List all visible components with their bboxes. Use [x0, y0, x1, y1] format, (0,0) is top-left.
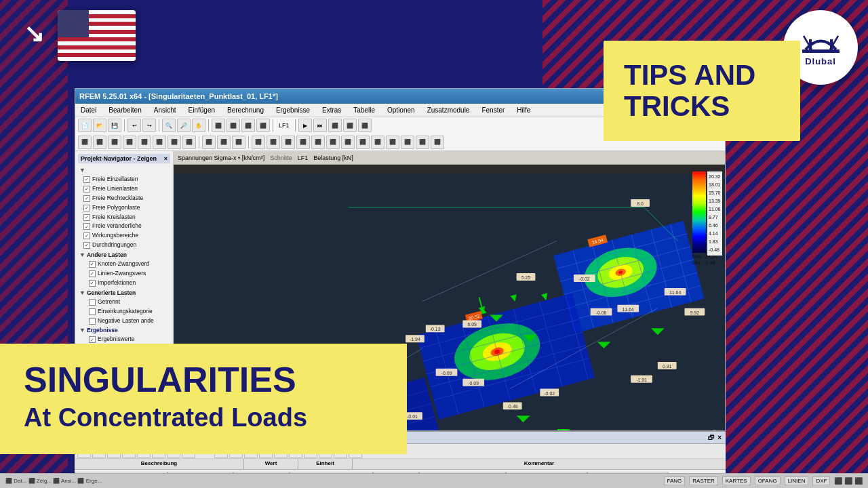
tb2-btn-c[interactable]: ⬛ [108, 136, 121, 149]
tb2-btn-j[interactable]: ⬛ [217, 136, 231, 149]
legend-val-5: 8.77 [709, 214, 721, 222]
status-raster[interactable]: RASTER [689, 476, 717, 485]
cb-ergebniswerte[interactable] [89, 336, 96, 343]
sidebar-freie-rechtecklaste[interactable]: Freie Rechtecklaste [78, 194, 170, 203]
cb-knoten[interactable] [89, 261, 96, 268]
sidebar-knoten-zwangsverd[interactable]: Knoten-Zwangsverd [78, 260, 170, 269]
menu-datei[interactable]: Datei [78, 105, 99, 115]
sidebar-wirkungsbereiche[interactable]: Wirkungsbereiche [78, 231, 170, 241]
status-ofang[interactable]: OFANG [755, 476, 781, 485]
cb-getrennt[interactable] [89, 299, 96, 306]
tb-pan[interactable]: ✋ [192, 119, 205, 132]
sidebar-freie-veraenderliche[interactable]: Freie veränderliche [78, 222, 170, 231]
sidebar-durchdringungen[interactable]: Durchdringungen [78, 241, 170, 250]
tb-btn-a[interactable]: ⬛ [212, 119, 225, 132]
tb2-btn-q[interactable]: ⬛ [326, 136, 340, 149]
tb-btn-i[interactable]: ⬛ [358, 119, 372, 132]
tb2-btn-k[interactable]: ⬛ [232, 136, 245, 149]
bottom-panel-controls[interactable]: 🗗 × [708, 434, 722, 441]
sidebar-freie-kreislasten[interactable]: Freie Kreislasten [78, 213, 170, 222]
cb-freie-veraenderliche[interactable] [83, 223, 90, 230]
tb2-btn-f[interactable]: ⬛ [153, 136, 166, 149]
tb-btn-h[interactable]: ⬛ [343, 119, 357, 132]
cb-linien[interactable] [89, 270, 96, 277]
menu-einfuegen[interactable]: Einfügen [186, 105, 218, 115]
cb-freie-polygonlaste[interactable] [83, 205, 90, 211]
tb-btn-d[interactable]: ⬛ [256, 119, 270, 132]
cb-freie-linienlasten[interactable] [83, 186, 90, 192]
tb2-btn-t[interactable]: ⬛ [371, 136, 384, 149]
menu-tabelle[interactable]: Tabelle [351, 105, 378, 115]
tb2-btn-w[interactable]: ⬛ [416, 136, 429, 149]
menu-extras[interactable]: Extras [319, 105, 344, 115]
tb2-btn-d[interactable]: ⬛ [123, 136, 136, 149]
col-header-beschreibung: Beschreibung [75, 459, 244, 469]
tb2-btn-p[interactable]: ⬛ [311, 136, 325, 149]
tb-btn-g[interactable]: ⬛ [328, 119, 342, 132]
tb-new[interactable]: 📄 [78, 119, 92, 132]
menu-ansicht[interactable]: Ansicht [151, 105, 179, 115]
tips-title: TIPS AND TRICKS [624, 60, 780, 122]
sidebar-getrennt[interactable]: Getrennt [78, 298, 170, 307]
bottom-panel-restore[interactable]: 🗗 [708, 434, 715, 441]
tb2-btn-o[interactable]: ⬛ [296, 136, 310, 149]
cb-wirkungsbereiche[interactable] [83, 232, 90, 239]
menu-zusatzmodule[interactable]: Zusatzmodule [425, 105, 473, 115]
menu-hilfe[interactable]: Hilfe [514, 105, 533, 115]
cb-freie-kreislasten[interactable] [83, 214, 90, 221]
tb-btn-e[interactable]: ▶ [298, 119, 312, 132]
sidebar-freie-linienlasten[interactable]: Freie Linienlasten [78, 184, 170, 194]
tb-btn-f[interactable]: ⏭ [313, 119, 327, 132]
tb-save[interactable]: 💾 [108, 119, 121, 132]
menu-berechnung[interactable]: Berechnung [224, 105, 267, 115]
tb2-btn-l[interactable]: ⬛ [252, 136, 265, 149]
arrow-icon: ↘ [24, 20, 44, 48]
tb-undo[interactable]: ↩ [127, 119, 141, 132]
status-linien[interactable]: LINIEN [785, 476, 809, 485]
tb-open[interactable]: 📂 [93, 119, 106, 132]
sidebar-negative-lasten[interactable]: Negative Lasten ande [78, 317, 170, 326]
legend-value-list: 20.32 18.01 15.70 13.39 11.08 8.77 6.46 … [707, 171, 722, 256]
tb-redo[interactable]: ↪ [142, 119, 156, 132]
cb-durchdringungen[interactable] [83, 242, 90, 249]
sidebar-linien-zwangsvers[interactable]: Linien-Zwangsvers [78, 269, 170, 279]
tb-zoom-out[interactable]: 🔎 [177, 119, 191, 132]
status-fang[interactable]: FANG [664, 476, 686, 485]
cb-freie-einzellasten[interactable] [83, 176, 90, 183]
status-kartes[interactable]: KARTES [722, 476, 751, 485]
menu-optionen[interactable]: Optionen [384, 105, 418, 115]
tb2-btn-r[interactable]: ⬛ [341, 136, 355, 149]
menu-ergebnisse[interactable]: Ergebnisse [273, 105, 313, 115]
cb-einwirkung[interactable] [89, 308, 96, 315]
tb2-btn-s[interactable]: ⬛ [356, 136, 370, 149]
tb2-btn-v[interactable]: ⬛ [401, 136, 414, 149]
tb2-btn-x[interactable]: ⬛ [431, 136, 444, 149]
cb-freie-rechtecklaste[interactable] [83, 195, 90, 202]
tb2-btn-h[interactable]: ⬛ [182, 136, 196, 149]
sidebar-einwirkungskategorie[interactable]: Einwirkungskategorie [78, 307, 170, 317]
tb2-btn-a[interactable]: ⬛ [78, 136, 92, 149]
tb2-btn-u[interactable]: ⬛ [386, 136, 399, 149]
tb-zoom-in[interactable]: 🔍 [162, 119, 176, 132]
flag-us[interactable] [58, 10, 136, 61]
sidebar-imperfektionen[interactable]: Imperfektionen [78, 279, 170, 288]
tb2-btn-b[interactable]: ⬛ [93, 136, 106, 149]
tb-btn-c[interactable]: ⬛ [241, 119, 255, 132]
tb-btn-b[interactable]: ⬛ [226, 119, 240, 132]
cb-negative[interactable] [89, 318, 96, 325]
menu-fenster[interactable]: Fenster [479, 105, 507, 115]
tb2-btn-e[interactable]: ⬛ [138, 136, 151, 149]
svg-rect-0 [802, 49, 840, 53]
status-dxf[interactable]: DXF [812, 476, 830, 485]
bottom-panel-close[interactable]: × [717, 434, 722, 441]
sidebar-freie-polygonlaste[interactable]: Freie Polygonlaste [78, 203, 170, 213]
tb2-btn-n[interactable]: ⬛ [281, 136, 295, 149]
sidebar-freie-einzellasten[interactable]: Freie Einzellasten [78, 175, 170, 184]
menu-bearbeiten[interactable]: Bearbeiten [106, 105, 144, 115]
tb2-btn-i[interactable]: ⬛ [202, 136, 216, 149]
sidebar-close[interactable]: × [164, 155, 167, 162]
tb2-btn-m[interactable]: ⬛ [267, 136, 280, 149]
tb2-btn-g[interactable]: ⬛ [167, 136, 181, 149]
top-left-arrow[interactable]: ↘ [14, 14, 54, 54]
cb-imperf[interactable] [89, 280, 96, 287]
